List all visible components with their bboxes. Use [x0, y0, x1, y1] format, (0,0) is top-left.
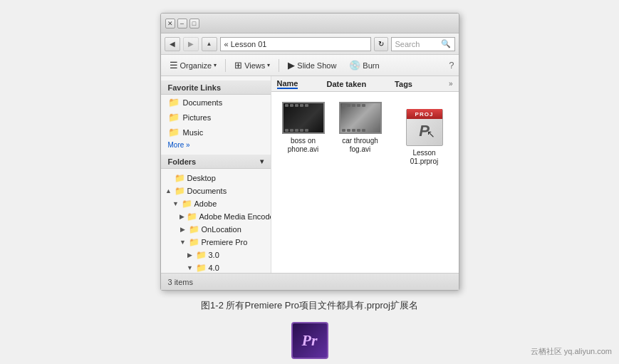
video-thumbnail-boss: [282, 102, 325, 134]
title-bar: ✕ – □: [161, 14, 459, 33]
file-label-project: Lesson 01.prproj: [402, 149, 447, 166]
file-item-car[interactable]: car through fog.avi: [335, 99, 385, 169]
views-button[interactable]: ⊞ Views ▾: [230, 58, 274, 73]
film-hole: [285, 129, 288, 132]
tree-item-label: 4.0: [209, 264, 219, 272]
burn-button[interactable]: 💿 Burn: [345, 58, 383, 73]
tree-item-label: 3.0: [209, 251, 219, 259]
sidebar-documents-label: Documents: [183, 98, 223, 107]
window-controls: ✕ – □: [165, 19, 199, 28]
tree-arrow: ▶: [187, 251, 194, 259]
tree-item-label: Adobe: [194, 199, 217, 208]
proj-tab: PROJ: [407, 109, 442, 119]
tree-item-premiere-pro[interactable]: ▼ 📁 Premiere Pro: [161, 236, 271, 249]
views-label: Views: [244, 61, 265, 70]
premiere-pro-logo: Pr: [291, 322, 328, 359]
up-button[interactable]: ▲: [202, 37, 217, 51]
project-icon: PROJ P ↖: [406, 109, 443, 146]
organize-arrow-icon: ▾: [214, 62, 217, 68]
organize-icon: ☰: [170, 60, 178, 71]
video-thumbnail-car: [339, 102, 382, 134]
film-hole: [305, 104, 308, 107]
folder-icon: 📁: [175, 186, 185, 196]
address-bar: ◀ ▶ ▲ ↻ Search 🔍: [161, 33, 459, 55]
search-icon[interactable]: 🔍: [441, 39, 451, 48]
col-date-taken[interactable]: Date taken: [326, 80, 366, 88]
film-hole: [347, 104, 350, 107]
folders-arrow-icon[interactable]: ▾: [260, 157, 264, 166]
organize-button[interactable]: ☰ Organize ▾: [165, 58, 222, 73]
folder-icon: 📁: [196, 250, 207, 260]
folder-icon: 📁: [187, 212, 197, 222]
explorer-window: ✕ – □ ◀ ▶ ▲ ↻ Search 🔍 ☰ Organize ▾ ⊞ Vi…: [160, 13, 459, 291]
folder-icon: 📁: [168, 112, 180, 123]
file-grid: boss on phone.avi: [271, 92, 459, 273]
film-hole: [305, 129, 308, 132]
film-hole: [300, 129, 303, 132]
slideshow-button[interactable]: ▶ Slide Show: [284, 58, 340, 73]
watermark: 云栖社区 yq.aliyun.com: [531, 346, 612, 357]
maximize-button[interactable]: □: [189, 19, 199, 28]
address-input[interactable]: [220, 37, 371, 51]
tree-item-documents[interactable]: ▲ 📁 Documents: [161, 184, 271, 197]
organize-label: Organize: [180, 61, 212, 70]
tree-item-label: Premiere Pro: [202, 238, 248, 246]
sidebar-item-music[interactable]: 📁 Music: [161, 125, 271, 140]
separator-2: [279, 59, 279, 72]
col-tags[interactable]: Tags: [395, 80, 412, 88]
tree-arrow: ▲: [165, 187, 172, 194]
pr-logo-text: Pr: [302, 331, 318, 350]
col-name[interactable]: Name: [277, 79, 298, 89]
tree-item-label: Desktop: [187, 174, 216, 182]
close-button[interactable]: ✕: [165, 19, 175, 28]
film-hole: [357, 129, 360, 132]
search-box: Search 🔍: [391, 37, 455, 51]
main-content: Favorite Links 📁 Documents 📁 Pictures 📁 …: [161, 76, 459, 273]
sidebar-item-pictures[interactable]: 📁 Pictures: [161, 110, 271, 125]
tree-item-label: Adobe Media Encoder E: [199, 212, 271, 221]
file-item-boss[interactable]: boss on phone.avi: [279, 99, 328, 169]
col-more[interactable]: »: [449, 80, 453, 88]
tree-arrow: ▶: [180, 226, 187, 233]
folders-title: Folders ▾: [161, 155, 271, 169]
forward-button[interactable]: ▶: [183, 37, 199, 51]
film-hole: [357, 104, 360, 107]
tree-arrow: ▼: [187, 264, 194, 271]
tree-item-desktop[interactable]: 📁 Desktop: [161, 172, 271, 184]
views-icon: ⊞: [234, 60, 242, 71]
tree-item-ame[interactable]: ▶ 📁 Adobe Media Encoder E: [161, 210, 271, 223]
file-item-project[interactable]: PROJ P ↖ Lesson 01.prproj: [400, 106, 449, 169]
slideshow-label: Slide Show: [297, 61, 336, 70]
sidebar-more-link[interactable]: More »: [161, 140, 271, 150]
tree-item-3[interactable]: ▶ 📁 3.0: [161, 249, 271, 261]
sidebar-music-label: Music: [183, 128, 204, 137]
folder-icon: 📁: [182, 199, 192, 209]
minimize-button[interactable]: –: [177, 19, 187, 28]
film-hole: [352, 129, 355, 132]
refresh-button[interactable]: ↻: [374, 37, 388, 51]
views-arrow-icon: ▾: [267, 62, 270, 68]
toolbar: ☰ Organize ▾ ⊞ Views ▾ ▶ Slide Show 💿 Bu…: [161, 55, 459, 76]
folder-icon: 📁: [175, 173, 185, 183]
film-hole: [352, 104, 355, 107]
favorite-links-title: Favorite Links: [161, 80, 271, 95]
tree-item-4[interactable]: ▼ 📁 4.0: [161, 261, 271, 273]
film-hole: [295, 104, 298, 107]
separator-1: [225, 59, 226, 72]
film-hole: [290, 104, 293, 107]
file-label-boss: boss on phone.avi: [281, 137, 326, 154]
favorite-links-section: Favorite Links 📁 Documents 📁 Pictures 📁 …: [161, 76, 271, 155]
burn-icon: 💿: [349, 60, 360, 71]
sidebar-item-documents[interactable]: 📁 Documents: [161, 95, 271, 110]
status-bar: 3 items: [161, 273, 459, 290]
tree-item-label: Documents: [187, 187, 227, 195]
back-button[interactable]: ◀: [165, 37, 180, 51]
tree-item-onlocation[interactable]: ▶ 📁 OnLocation: [161, 223, 271, 236]
tree-item-adobe[interactable]: ▼ 📁 Adobe: [161, 197, 271, 210]
folder-icon: 📁: [168, 127, 180, 137]
help-button[interactable]: ?: [449, 60, 454, 71]
folder-tree: 📁 Desktop ▲ 📁 Documents ▼ 📁 Adobe ▶ 📁 Ad…: [161, 169, 271, 273]
film-hole: [290, 129, 293, 132]
file-area: Name Date taken Tags »: [271, 76, 459, 273]
tree-arrow: ▼: [172, 200, 180, 207]
